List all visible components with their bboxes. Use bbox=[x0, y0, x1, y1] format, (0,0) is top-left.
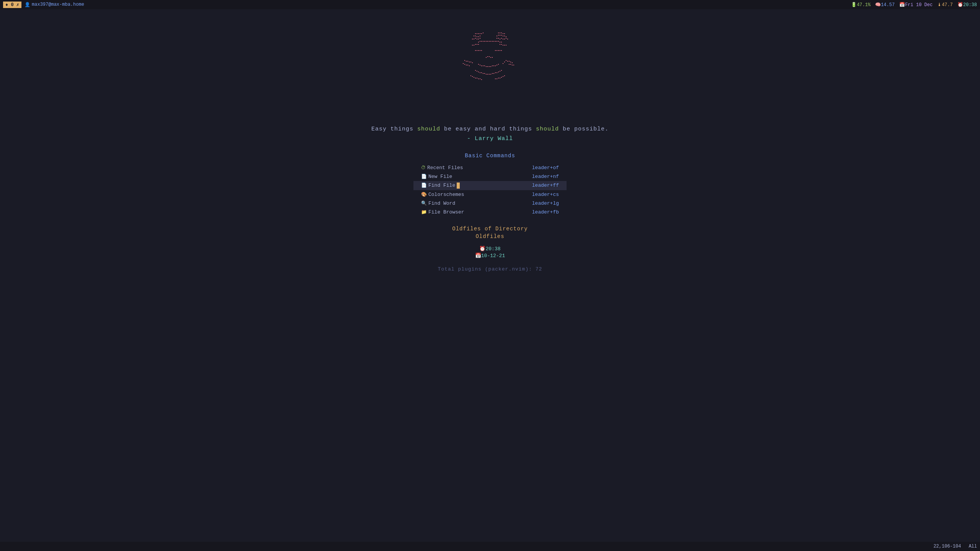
command-file-browser[interactable]: 📁 File Browser leader+fb bbox=[413, 208, 567, 217]
svg-rect-146 bbox=[504, 75, 505, 76]
svg-rect-138 bbox=[480, 78, 480, 79]
command-colorschemes[interactable]: 🎨 Colorschemes leader+cs bbox=[413, 190, 567, 199]
svg-rect-52 bbox=[501, 42, 502, 42]
keyword-should-1: should bbox=[417, 126, 440, 132]
svg-rect-45 bbox=[490, 41, 491, 42]
svg-rect-69 bbox=[497, 50, 497, 51]
svg-rect-63 bbox=[475, 50, 476, 51]
svg-rect-137 bbox=[478, 78, 479, 79]
bottom-right-info: 22,106-104 All bbox=[933, 544, 977, 549]
svg-rect-74 bbox=[489, 56, 490, 57]
svg-rect-80 bbox=[481, 65, 482, 66]
svg-rect-68 bbox=[495, 50, 496, 51]
svg-rect-113 bbox=[469, 62, 470, 62]
svg-rect-83 bbox=[486, 66, 487, 67]
bottom-statusbar: 22,106-104 All bbox=[0, 542, 980, 551]
svg-rect-3 bbox=[480, 33, 480, 34]
svg-rect-122 bbox=[507, 61, 508, 62]
command-find-file[interactable]: 📄 Find File leader+ff bbox=[413, 181, 567, 190]
svg-rect-55 bbox=[475, 44, 476, 45]
svg-rect-73 bbox=[487, 56, 488, 57]
svg-rect-12 bbox=[475, 36, 476, 36]
svg-rect-115 bbox=[472, 62, 473, 63]
command-find-word[interactable]: 🔍 Find Word leader+lg bbox=[413, 199, 567, 208]
quote-text: Easy things should be easy and hard thin… bbox=[371, 126, 609, 132]
svg-rect-103 bbox=[492, 73, 493, 74]
svg-rect-22 bbox=[506, 36, 506, 37]
svg-rect-129 bbox=[510, 64, 511, 65]
svg-rect-37 bbox=[478, 42, 479, 42]
find-file-icon: 📄 bbox=[421, 183, 427, 188]
svg-rect-24 bbox=[474, 39, 474, 39]
svg-rect-143 bbox=[500, 78, 500, 78]
find-word-key: leader+lg bbox=[532, 201, 559, 206]
main-content: Easy things should be easy and hard thin… bbox=[0, 0, 980, 551]
svg-rect-9 bbox=[503, 33, 503, 34]
command-recent-files[interactable]: ⏱ Recent Files leader+of bbox=[413, 163, 567, 172]
svg-rect-101 bbox=[489, 74, 490, 75]
svg-rect-90 bbox=[497, 65, 497, 65]
svg-rect-11 bbox=[474, 36, 474, 36]
svg-rect-61 bbox=[504, 45, 505, 46]
colorschemes-key: leader+cs bbox=[532, 192, 559, 197]
svg-rect-13 bbox=[477, 36, 477, 37]
svg-rect-95 bbox=[480, 72, 480, 73]
svg-rect-66 bbox=[480, 50, 480, 51]
svg-rect-141 bbox=[497, 78, 497, 79]
svg-rect-54 bbox=[474, 45, 474, 46]
svg-rect-75 bbox=[490, 57, 491, 58]
svg-rect-144 bbox=[501, 77, 502, 78]
colorschemes-icon: 🎨 bbox=[421, 192, 427, 197]
svg-rect-33 bbox=[503, 39, 503, 39]
statusbar-right: 🔋47.1% 🧠14.57 📅Fri 10 Dec 🌡47.7 ⏰20:38 bbox=[851, 2, 977, 8]
user-icon: 👤 bbox=[24, 2, 30, 8]
svg-rect-46 bbox=[492, 41, 493, 42]
new-file-icon: 📄 bbox=[421, 174, 427, 179]
recent-files-icon: ⏱ bbox=[421, 165, 426, 171]
svg-rect-108 bbox=[500, 71, 500, 72]
svg-rect-59 bbox=[501, 44, 502, 45]
svg-rect-39 bbox=[481, 41, 482, 42]
svg-rect-7 bbox=[500, 33, 500, 33]
recent-files-key: leader+of bbox=[532, 165, 559, 171]
svg-rect-17 bbox=[498, 35, 499, 36]
svg-rect-64 bbox=[477, 50, 477, 51]
file-browser-icon: 📁 bbox=[421, 209, 427, 215]
svg-rect-87 bbox=[492, 65, 493, 66]
svg-rect-134 bbox=[474, 77, 474, 78]
svg-rect-44 bbox=[489, 41, 490, 42]
keyword-should-2: should bbox=[536, 126, 559, 132]
svg-rect-142 bbox=[498, 78, 499, 78]
svg-rect-85 bbox=[489, 66, 490, 67]
svg-rect-79 bbox=[480, 65, 480, 65]
file-browser-label: File Browser bbox=[428, 209, 532, 215]
colorschemes-label: Colorschemes bbox=[428, 192, 532, 197]
svg-rect-97 bbox=[483, 73, 483, 74]
svg-rect-14 bbox=[478, 36, 479, 37]
svg-rect-104 bbox=[493, 73, 494, 74]
svg-rect-0 bbox=[475, 33, 476, 34]
svg-rect-132 bbox=[470, 75, 471, 76]
svg-rect-48 bbox=[495, 41, 496, 42]
command-new-file[interactable]: 📄 New File leader+nf bbox=[413, 172, 567, 181]
svg-rect-42 bbox=[486, 41, 487, 42]
oldfiles-section: Oldfiles of Directory Oldfiles bbox=[452, 226, 528, 240]
svg-rect-102 bbox=[490, 74, 491, 75]
svg-rect-35 bbox=[506, 38, 506, 39]
svg-rect-32 bbox=[501, 38, 502, 39]
svg-rect-21 bbox=[504, 36, 505, 36]
svg-rect-133 bbox=[472, 76, 473, 77]
svg-rect-130 bbox=[512, 65, 513, 65]
svg-rect-128 bbox=[509, 64, 510, 65]
svg-rect-41 bbox=[484, 41, 485, 42]
svg-rect-78 bbox=[478, 64, 479, 65]
svg-rect-88 bbox=[493, 65, 494, 66]
svg-rect-36 bbox=[507, 39, 508, 39]
svg-rect-51 bbox=[500, 42, 500, 42]
svg-rect-16 bbox=[497, 36, 497, 36]
new-file-key: leader+nf bbox=[532, 174, 559, 179]
svg-rect-124 bbox=[504, 62, 505, 62]
date-status: 📅Fri 10 Dec bbox=[899, 2, 933, 8]
svg-rect-136 bbox=[477, 78, 477, 78]
svg-rect-131 bbox=[513, 65, 514, 65]
